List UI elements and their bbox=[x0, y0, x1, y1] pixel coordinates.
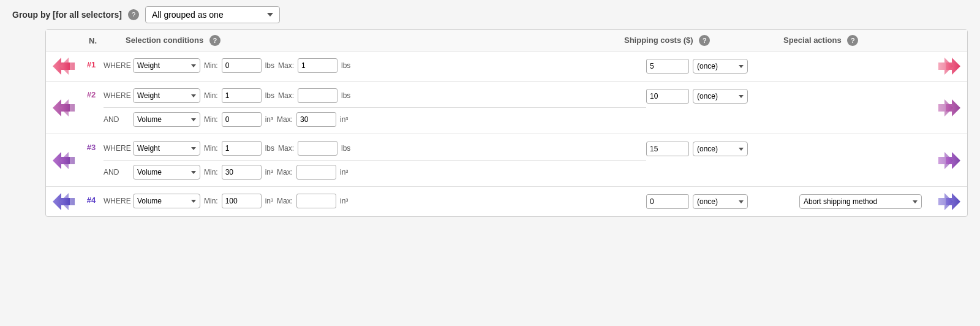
row-number-2: #2 bbox=[79, 82, 104, 134]
min-unit: in³ bbox=[265, 115, 273, 124]
condition-line: WHEREWeightVolumePriceQuantityMin:lbsMax… bbox=[104, 55, 646, 76]
conditions-help-icon[interactable]: ? bbox=[209, 35, 221, 46]
group-by-label: Group by [for all selectors] bbox=[12, 10, 122, 20]
right-arrow-1 bbox=[934, 51, 967, 81]
min-input[interactable] bbox=[222, 58, 262, 73]
row-content-1: WHEREWeightVolumePriceQuantityMin:lbsMax… bbox=[104, 51, 646, 81]
min-label: Min: bbox=[204, 91, 218, 100]
costs-help-icon[interactable]: ? bbox=[699, 35, 710, 46]
actions-area-4: Abort shipping methodNone bbox=[799, 187, 934, 216]
max-label: Max: bbox=[278, 61, 294, 70]
max-unit: lbs bbox=[341, 61, 350, 70]
right-arrow-4 bbox=[934, 187, 967, 216]
svg-marker-5 bbox=[60, 99, 75, 116]
max-input[interactable] bbox=[298, 88, 337, 103]
svg-marker-3 bbox=[946, 58, 960, 75]
max-input[interactable] bbox=[298, 141, 337, 156]
conjunction-label: WHERE bbox=[104, 197, 129, 205]
condition-line: WHEREWeightVolumePriceQuantityMin:lbsMax… bbox=[104, 138, 646, 159]
min-input[interactable] bbox=[222, 141, 262, 156]
conjunction-label: AND bbox=[104, 168, 129, 176]
row-number-4: #4 bbox=[79, 187, 104, 216]
costs-area-2: (once)(per item)(per kg) bbox=[646, 82, 799, 134]
conjunction-label: WHERE bbox=[104, 144, 129, 153]
conjunction-label: WHERE bbox=[104, 61, 129, 70]
row-content-3: WHEREWeightVolumePriceQuantityMin:lbsMax… bbox=[104, 134, 646, 186]
actions-help-icon[interactable]: ? bbox=[847, 35, 858, 46]
svg-marker-13 bbox=[60, 193, 75, 210]
svg-marker-9 bbox=[60, 152, 75, 169]
conjunction-label: AND bbox=[104, 115, 129, 124]
row-content-2: WHEREWeightVolumePriceQuantityMin:lbsMax… bbox=[104, 82, 646, 134]
right-arrow-3 bbox=[934, 134, 967, 186]
cost-input[interactable] bbox=[646, 194, 689, 209]
svg-marker-7 bbox=[946, 99, 960, 116]
once-select[interactable]: (once)(per item)(per kg) bbox=[693, 142, 748, 156]
max-label: Max: bbox=[277, 115, 293, 124]
max-unit: lbs bbox=[341, 144, 350, 153]
row-number-3: #3 bbox=[79, 134, 104, 186]
max-input[interactable] bbox=[296, 165, 336, 180]
conjunction-label: WHERE bbox=[104, 91, 129, 100]
max-input[interactable] bbox=[296, 194, 336, 208]
left-arrow-2 bbox=[46, 82, 79, 134]
max-label: Max: bbox=[277, 168, 293, 176]
condition-line: ANDWeightVolumePriceQuantityMin:in³Max:i… bbox=[104, 162, 646, 183]
cost-input[interactable] bbox=[646, 142, 689, 156]
selector-select[interactable]: WeightVolumePriceQuantity bbox=[133, 194, 200, 208]
selector-select[interactable]: WeightVolumePriceQuantity bbox=[133, 112, 200, 127]
selector-select[interactable]: WeightVolumePriceQuantity bbox=[133, 88, 200, 103]
max-input[interactable] bbox=[298, 58, 337, 73]
costs-area-4: (once)(per item)(per kg) bbox=[646, 187, 799, 216]
cost-input[interactable] bbox=[646, 59, 689, 74]
actions-area-3 bbox=[799, 134, 934, 186]
main-table: N. Selection conditions ? Shipping costs… bbox=[45, 29, 968, 217]
max-label: Max: bbox=[278, 91, 294, 100]
min-input[interactable] bbox=[222, 194, 262, 208]
cost-input[interactable] bbox=[646, 89, 689, 104]
min-unit: lbs bbox=[265, 144, 274, 153]
min-unit: lbs bbox=[265, 61, 274, 70]
min-input[interactable] bbox=[222, 88, 262, 103]
header-actions: Special actions ? bbox=[783, 35, 924, 46]
min-unit: in³ bbox=[265, 168, 273, 176]
once-select[interactable]: (once)(per item)(per kg) bbox=[693, 89, 748, 104]
max-unit: in³ bbox=[340, 115, 348, 124]
left-arrow-1 bbox=[46, 51, 79, 81]
right-arrow-2 bbox=[934, 82, 967, 134]
condition-line: WHEREWeightVolumePriceQuantityMin:in³Max… bbox=[104, 191, 646, 211]
row-number-1: #1 bbox=[79, 51, 104, 81]
max-label: Max: bbox=[278, 144, 294, 153]
svg-marker-15 bbox=[946, 193, 960, 210]
min-label: Min: bbox=[204, 115, 218, 124]
actions-area-1 bbox=[799, 51, 934, 81]
table-header: N. Selection conditions ? Shipping costs… bbox=[46, 30, 967, 51]
top-bar: Group by [for all selectors] ? All group… bbox=[12, 6, 968, 23]
max-input[interactable] bbox=[296, 112, 336, 127]
min-label: Min: bbox=[204, 197, 218, 205]
action-select[interactable]: Abort shipping methodNone bbox=[799, 194, 922, 209]
min-unit: lbs bbox=[265, 91, 274, 100]
left-arrow-3 bbox=[46, 134, 79, 186]
table-row: #1WHEREWeightVolumePriceQuantityMin:lbsM… bbox=[46, 51, 967, 82]
condition-line: ANDWeightVolumePriceQuantityMin:in³Max:i… bbox=[104, 109, 646, 130]
group-by-help-icon[interactable]: ? bbox=[128, 9, 139, 20]
once-select[interactable]: (once)(per item)(per kg) bbox=[693, 194, 748, 209]
left-arrows-column bbox=[12, 29, 45, 217]
min-input[interactable] bbox=[222, 112, 262, 127]
min-input[interactable] bbox=[222, 165, 262, 180]
min-label: Min: bbox=[204, 61, 218, 70]
table-row: #3WHEREWeightVolumePriceQuantityMin:lbsM… bbox=[46, 134, 967, 187]
selector-select[interactable]: WeightVolumePriceQuantity bbox=[133, 58, 200, 73]
costs-area-1: (once)(per item)(per kg) bbox=[646, 51, 799, 81]
once-select[interactable]: (once)(per item)(per kg) bbox=[693, 59, 748, 74]
rows-container: #1WHEREWeightVolumePriceQuantityMin:lbsM… bbox=[46, 51, 967, 216]
min-label: Min: bbox=[204, 168, 218, 176]
selector-select[interactable]: WeightVolumePriceQuantity bbox=[133, 141, 200, 156]
min-label: Min: bbox=[204, 144, 218, 153]
svg-marker-1 bbox=[60, 58, 75, 75]
group-select[interactable]: All grouped as oneEach separate bbox=[145, 6, 280, 23]
selector-select[interactable]: WeightVolumePriceQuantity bbox=[133, 165, 200, 180]
max-unit: in³ bbox=[340, 197, 348, 205]
min-unit: in³ bbox=[265, 197, 273, 205]
